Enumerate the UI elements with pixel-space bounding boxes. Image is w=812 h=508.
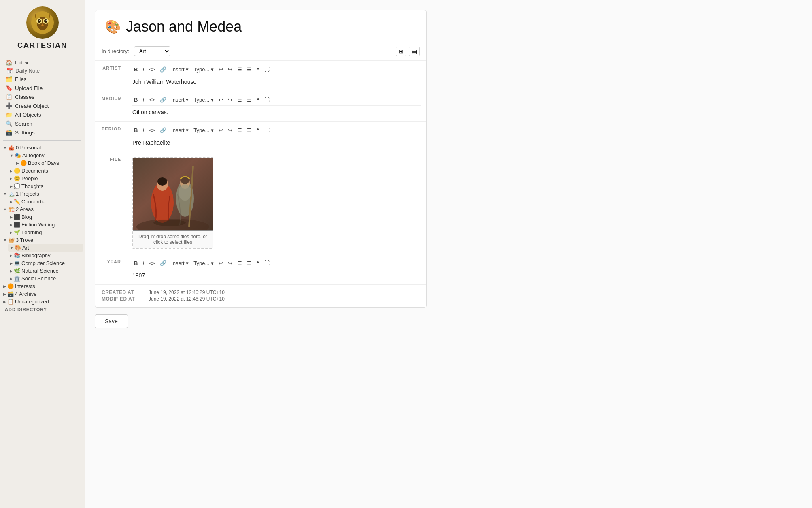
redo-button[interactable]: ↪ [226, 66, 234, 73]
field-period-value[interactable]: Pre-Raphaelite [132, 139, 421, 148]
redo-button[interactable]: ↪ [226, 126, 234, 134]
quote-button[interactable]: ❝ [255, 126, 261, 134]
sidebar-item-index[interactable]: 🏠 Index [3, 58, 81, 67]
ol-button[interactable]: ☰ [245, 259, 253, 267]
view-toggle-grid[interactable]: ⊞ [396, 47, 406, 56]
italic-button[interactable]: I [141, 96, 146, 104]
trove-children: ▼ 🎨 Art ▶ 📚 Bibliography ▶ 💻 Computer Sc… [2, 244, 83, 282]
insert-button[interactable]: Insert ▾ [170, 126, 190, 134]
add-directory-button[interactable]: ADD DIRECTORY [0, 305, 85, 314]
sidebar-item-daily-note[interactable]: 📅 Daily Note [3, 67, 81, 75]
view-toggle-list[interactable]: ▤ [409, 47, 420, 56]
file-upload-area[interactable]: Drag 'n' drop some files here, or click … [132, 157, 213, 249]
undo-button[interactable]: ↩ [217, 259, 225, 267]
tree-item-archive[interactable]: ▶ 🗃️ 4 Archive [2, 290, 83, 298]
ol-button[interactable]: ☰ [245, 66, 253, 73]
redo-button[interactable]: ↪ [226, 96, 234, 104]
type-button[interactable]: Type... ▾ [192, 259, 215, 267]
code-button[interactable]: <> [147, 126, 157, 134]
ul-button[interactable]: ☰ [236, 66, 244, 73]
insert-button[interactable]: Insert ▾ [170, 96, 190, 104]
tree-item-concordia[interactable]: ▶ ✏️ Concordia [8, 198, 83, 205]
personal-children: ▼ 🎭 Autogeny ▶ 🟠 Book of Days ▶ 🟡 Docume… [2, 152, 83, 190]
quote-button[interactable]: ❝ [255, 66, 261, 73]
tree-item-thoughts[interactable]: ▶ 💭 Thoughts [8, 182, 83, 190]
bold-button[interactable]: B [132, 66, 139, 73]
bold-button[interactable]: B [132, 259, 139, 267]
sidebar-item-classes[interactable]: 📋 Classes [3, 92, 81, 101]
redo-button[interactable]: ↪ [226, 259, 234, 267]
type-button[interactable]: Type... ▾ [192, 96, 215, 104]
modified-at-row: MODIFIED AT June 19, 2022 at 12:46:29 UT… [102, 296, 420, 302]
tree-item-label: Social Science [21, 275, 56, 282]
sidebar-item-all-objects[interactable]: 📁 All Objects [3, 110, 81, 119]
sidebar-item-create-object[interactable]: ➕ Create Object [3, 101, 81, 110]
tree-item-people[interactable]: ▶ 😊 People [8, 175, 83, 182]
autogeny-children: ▶ 🟠 Book of Days [8, 159, 83, 167]
tree-item-autogeny[interactable]: ▼ 🎭 Autogeny [8, 152, 83, 159]
link-button[interactable]: 🔗 [158, 259, 168, 267]
expand-button[interactable]: ⛶ [263, 66, 271, 73]
link-button[interactable]: 🔗 [158, 66, 168, 73]
tree-item-personal[interactable]: ▼ 🎪 0 Personal [2, 144, 83, 152]
tree-item-blog[interactable]: ▶ ⬛ Blog [8, 213, 83, 221]
type-button[interactable]: Type... ▾ [192, 66, 215, 73]
quote-button[interactable]: ❝ [255, 96, 261, 104]
app-logo [26, 6, 59, 39]
italic-button[interactable]: I [141, 126, 146, 134]
expand-button[interactable]: ⛶ [263, 96, 271, 104]
chevron-icon: ▶ [10, 269, 13, 273]
tree-item-social-science[interactable]: ▶ 🏛️ Social Science [8, 275, 83, 282]
ul-button[interactable]: ☰ [236, 259, 244, 267]
sidebar-item-settings[interactable]: 🗃️ Settings [3, 128, 81, 137]
code-button[interactable]: <> [147, 66, 157, 73]
expand-button[interactable]: ⛶ [263, 126, 271, 134]
note-title-bar: 🎨 Jason and Medea [95, 10, 426, 42]
tree-item-interests[interactable]: ▶ 🟠 Interests [2, 282, 83, 290]
tree-item-projects[interactable]: ▼ 🏔️ 1 Projects [2, 190, 83, 198]
sidebar-item-search[interactable]: 🔍 Search [3, 119, 81, 128]
directory-select[interactable]: Art Personal Projects Areas Trove [134, 46, 170, 56]
tree-item-art[interactable]: ▼ 🎨 Art [8, 244, 83, 252]
tree-item-computer-science[interactable]: ▶ 💻 Computer Science [8, 259, 83, 267]
ol-button[interactable]: ☰ [245, 96, 253, 104]
italic-button[interactable]: I [141, 66, 146, 73]
code-button[interactable]: <> [147, 96, 157, 104]
tree-item-fiction-writing[interactable]: ▶ ⬛ Fiction Writing [8, 221, 83, 228]
save-button[interactable]: Save [95, 314, 128, 328]
tree-item-bibliography[interactable]: ▶ 📚 Bibliography [8, 252, 83, 259]
ol-button[interactable]: ☰ [245, 126, 253, 134]
tree-item-trove[interactable]: ▼ 🧺 3 Trove [2, 236, 83, 244]
field-medium-label: MEDIUM [95, 91, 128, 121]
type-button[interactable]: Type... ▾ [192, 126, 215, 134]
tree-item-natural-science[interactable]: ▶ 🌿 Natural Science [8, 267, 83, 275]
tree-item-book-of-days[interactable]: ▶ 🟠 Book of Days [15, 159, 83, 167]
tree-item-learning[interactable]: ▶ 🌱 Learning [8, 228, 83, 236]
undo-button[interactable]: ↩ [217, 66, 225, 73]
bold-button[interactable]: B [132, 96, 139, 104]
link-button[interactable]: 🔗 [158, 96, 168, 104]
ul-button[interactable]: ☰ [236, 96, 244, 104]
field-artist-value[interactable]: John William Waterhouse [132, 78, 421, 88]
bold-button[interactable]: B [132, 126, 139, 134]
insert-button[interactable]: Insert ▾ [170, 259, 190, 267]
quote-button[interactable]: ❝ [255, 259, 261, 267]
sidebar-item-upload-file[interactable]: 🔖 Upload File [3, 83, 81, 92]
tree-item-uncategorized[interactable]: ▶ 📋 Uncategorized [2, 298, 83, 305]
undo-button[interactable]: ↩ [217, 96, 225, 104]
expand-button[interactable]: ⛶ [263, 259, 271, 267]
sidebar-item-files[interactable]: 🗂️ Files [3, 75, 81, 83]
field-year-value[interactable]: 1907 [132, 271, 421, 281]
book-of-days-icon: 🟠 [20, 160, 27, 166]
italic-button[interactable]: I [141, 259, 146, 267]
link-button[interactable]: 🔗 [158, 126, 168, 134]
insert-button[interactable]: Insert ▾ [170, 66, 190, 73]
tree-item-areas[interactable]: ▼ 🏗️ 2 Areas [2, 205, 83, 213]
modified-at-value: June 19, 2022 at 12:46:29 UTC+10 [149, 296, 225, 302]
chevron-icon: ▶ [10, 223, 13, 227]
ul-button[interactable]: ☰ [236, 126, 244, 134]
undo-button[interactable]: ↩ [217, 126, 225, 134]
code-button[interactable]: <> [147, 259, 157, 267]
tree-item-documents[interactable]: ▶ 🟡 Documents [8, 167, 83, 175]
field-medium-value[interactable]: Oil on canvas. [132, 108, 421, 118]
